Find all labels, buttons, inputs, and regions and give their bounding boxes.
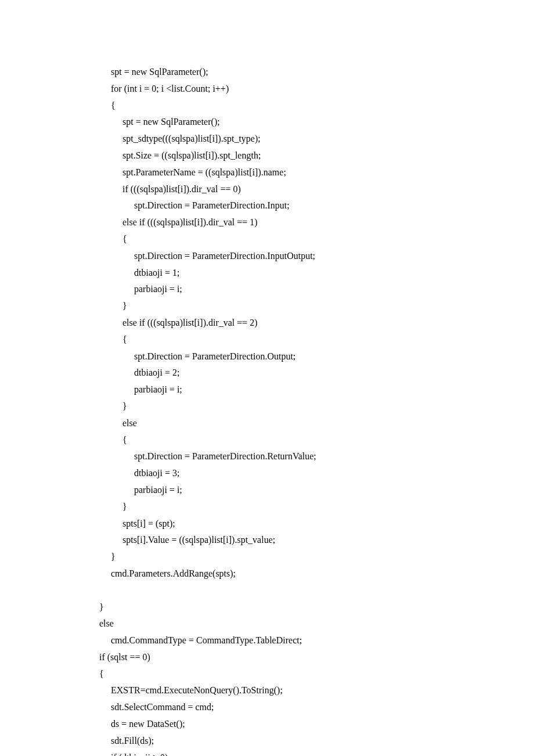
document-page: spt = new SqlParameter(); for (int i = 0…: [0, 0, 534, 756]
code-block: spt = new SqlParameter(); for (int i = 0…: [90, 64, 476, 756]
